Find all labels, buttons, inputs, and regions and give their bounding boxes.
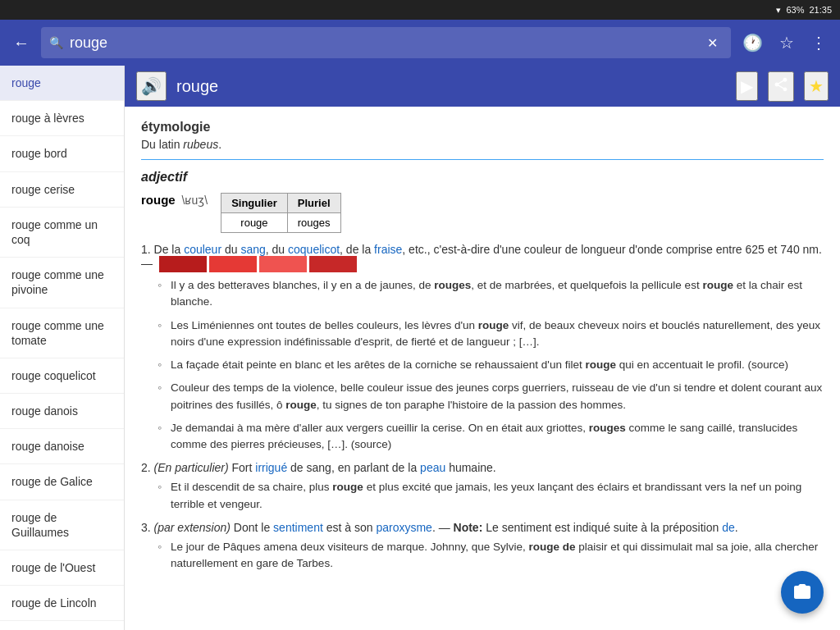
table-header-plural: Pluriel <box>287 194 340 213</box>
table-cell-plural: rouges <box>287 213 340 233</box>
sidebar-item-7[interactable]: rouge coquelicot <box>0 358 124 394</box>
table-cell-singular: rouge <box>221 213 288 233</box>
play-button[interactable]: ▶ <box>736 71 758 101</box>
search-bar: 🔍 ✕ <box>41 27 731 58</box>
sidebar-item-0[interactable]: rouge <box>0 66 124 101</box>
etymology-title: étymologie <box>141 120 824 135</box>
sidebar-item-1[interactable]: rouge à lèvres <box>0 101 124 136</box>
link-paroxysme[interactable]: paroxysme <box>376 521 431 534</box>
color-swatches <box>159 256 357 272</box>
link-coquelicot[interactable]: coquelicot <box>288 243 340 256</box>
star-button[interactable]: ★ <box>804 71 829 101</box>
divider <box>141 159 824 160</box>
link-sang[interactable]: sang <box>240 243 265 256</box>
sidebar-item-11[interactable]: rouge de Guillaumes <box>0 500 124 550</box>
etymology-latin: rubeus <box>183 138 218 151</box>
etymology-section: étymologie Du latin rubeus. <box>141 120 824 151</box>
swatch-1 <box>159 256 207 272</box>
example-list-1: Il y a des betteraves blanches, il y en … <box>141 277 824 453</box>
back-button[interactable]: ← <box>8 29 34 57</box>
etymology-prefix: Du latin <box>141 138 183 151</box>
status-bar: ▾ 63% 21:35 <box>0 0 840 20</box>
share-button[interactable] <box>768 71 794 102</box>
link-fraise[interactable]: fraise <box>374 243 402 256</box>
sidebar-item-6[interactable]: rouge comme une tomate <box>0 308 124 358</box>
link-sentiment[interactable]: sentiment <box>273 521 323 534</box>
pronunciation-line: rouge \ʁuʒ\ Singulier Pluriel rouge roug… <box>141 193 824 233</box>
sidebar-item-12[interactable]: rouge de l'Ouest <box>0 550 124 586</box>
link-couleur[interactable]: couleur <box>184 243 221 256</box>
example-3-1: Le jour de Pâques amena deux visiteurs d… <box>158 539 824 573</box>
clear-button[interactable]: ✕ <box>702 30 723 56</box>
swatch-2 <box>209 256 257 272</box>
pos-title: adjectif <box>141 170 824 185</box>
example-list-3: Le jour de Pâques amena deux visiteurs d… <box>141 539 824 573</box>
search-input[interactable] <box>70 34 696 52</box>
sidebar-item-5[interactable]: rouge comme une pivoine <box>0 258 124 308</box>
pronunciation-ipa: \ʁuʒ\ <box>182 194 208 207</box>
swatch-4 <box>309 256 357 272</box>
example-1-4: Couleur des temps de la violence, belle … <box>158 380 824 413</box>
link-peau[interactable]: peau <box>420 461 445 474</box>
definition-1: 1. De la couleur du sang, du coquelicot,… <box>141 243 824 453</box>
example-list-2: Et il descendit de sa chaire, plus rouge… <box>141 479 824 513</box>
conjugation-table: Singulier Pluriel rouge rouges <box>221 193 340 233</box>
definitions-list: 1. De la couleur du sang, du coquelicot,… <box>141 243 824 572</box>
search-icon: 🔍 <box>49 36 63 49</box>
clock: 21:35 <box>809 5 832 15</box>
wifi-icon: ▾ <box>776 5 781 16</box>
sidebar-item-8[interactable]: rouge danois <box>0 394 124 429</box>
definition-2: 2. (En particulier) Fort irrigué de sang… <box>141 461 824 513</box>
example-1-1: Il y a des betteraves blanches, il y en … <box>158 277 824 311</box>
sidebar-item-3[interactable]: rouge cerise <box>0 172 124 208</box>
example-2-1: Et il descendit de sa chaire, plus rouge… <box>158 479 824 513</box>
table-header-singular: Singulier <box>221 194 288 213</box>
etymology-text: Du latin rubeus. <box>141 138 824 151</box>
word-header-title: rouge <box>176 77 726 96</box>
swatch-3 <box>259 256 307 272</box>
speaker-button[interactable]: 🔊 <box>136 71 167 101</box>
sidebar: rougerouge à lèvresrouge bordrouge ceris… <box>0 66 125 630</box>
menu-button[interactable]: ⋮ <box>806 28 832 57</box>
example-1-2: Les Liméniennes ont toutes de belles cou… <box>158 317 824 351</box>
sidebar-item-13[interactable]: rouge de Lincoln <box>0 586 124 621</box>
dictionary-content: étymologie Du latin rubeus. adjectif rou… <box>125 107 840 593</box>
example-1-5: Je demandai à ma mère d'aller aux verger… <box>158 420 824 454</box>
content-area: 🔊 rouge ▶ ★ étymologie Du latin rubeus. … <box>125 66 840 630</box>
sidebar-item-9[interactable]: rouge danoise <box>0 429 124 464</box>
pronunciation-word: rouge <box>141 193 176 207</box>
link-irrigue[interactable]: irrigué <box>255 461 287 474</box>
favorite-button[interactable]: ☆ <box>774 28 799 57</box>
pronunciation-text: rouge \ʁuʒ\ <box>141 193 208 207</box>
definition-2-text: 2. (En particulier) Fort irrigué de sang… <box>141 461 824 474</box>
link-de[interactable]: de <box>722 521 735 534</box>
definition-3: 3. (par extension) Dont le sentiment est… <box>141 521 824 573</box>
example-1-3: La façade était peinte en blanc et les a… <box>158 357 824 373</box>
history-button[interactable]: 🕐 <box>737 28 768 57</box>
battery-indicator: 63% <box>786 5 804 15</box>
definition-1-text: 1. De la couleur du sang, du coquelicot,… <box>141 243 824 272</box>
sidebar-item-4[interactable]: rouge comme un coq <box>0 208 124 258</box>
etymology-end: . <box>218 138 221 151</box>
toolbar: ← 🔍 ✕ 🕐 ☆ ⋮ <box>0 20 840 66</box>
sidebar-item-2[interactable]: rouge bord <box>0 136 124 171</box>
word-header: 🔊 rouge ▶ ★ <box>125 66 840 107</box>
main-area: rougerouge à lèvresrouge bordrouge ceris… <box>0 66 840 630</box>
definition-3-text: 3. (par extension) Dont le sentiment est… <box>141 521 824 534</box>
camera-fab[interactable] <box>781 571 824 614</box>
sidebar-item-10[interactable]: rouge de Galice <box>0 464 124 500</box>
